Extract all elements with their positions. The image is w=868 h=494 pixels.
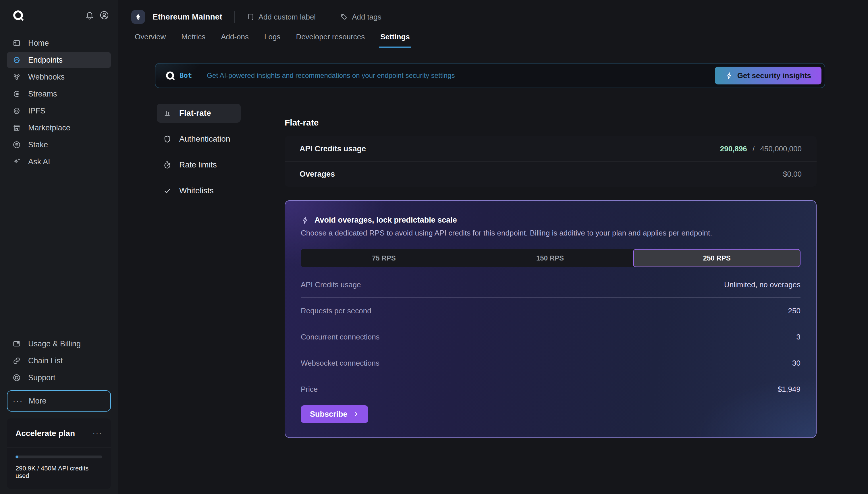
tab-metrics[interactable]: Metrics bbox=[180, 31, 207, 48]
subnav-item-whitelists[interactable]: Whitelists bbox=[157, 181, 241, 200]
sidebar-item-label: Home bbox=[28, 39, 49, 48]
ask-ai-sparkle-icon bbox=[12, 157, 21, 166]
row-value: $1,949 bbox=[777, 385, 801, 394]
sidebar-nav: Home Endpoints Webhooks Streams IPFS bbox=[0, 35, 118, 170]
more-label: More bbox=[29, 397, 46, 405]
get-security-insights-button[interactable]: Get security insights bbox=[715, 66, 822, 84]
sidebar-item-support[interactable]: Support bbox=[7, 369, 111, 386]
stake-icon bbox=[12, 140, 21, 149]
row-value: 30 bbox=[792, 359, 801, 368]
overages-label: Overages bbox=[300, 170, 335, 179]
sidebar-item-home[interactable]: Home bbox=[7, 35, 111, 51]
header-divider bbox=[328, 11, 328, 23]
subnav-item-label: Rate limits bbox=[179, 160, 217, 169]
network-name: Ethereum Mainnet bbox=[153, 12, 222, 21]
more-button[interactable]: ··· More bbox=[7, 390, 111, 412]
header-divider bbox=[234, 11, 235, 23]
sidebar-item-ipfs[interactable]: IPFS bbox=[7, 103, 111, 119]
wallet-icon bbox=[12, 339, 21, 348]
subnav-item-flat-rate[interactable]: Flat-rate bbox=[157, 104, 241, 122]
plan-card: Accelerate plan ··· 290.9K / 450M API cr… bbox=[7, 418, 111, 489]
offer-card-description: Choose a dedicated RPS to avoid using AP… bbox=[301, 229, 801, 238]
tab-logs[interactable]: Logs bbox=[263, 31, 282, 48]
sidebar-item-label: IPFS bbox=[28, 107, 45, 115]
credits-usage-text: 290.9K / 450M API credits used bbox=[16, 465, 102, 480]
add-tags-button[interactable]: Add tags bbox=[340, 13, 382, 21]
notifications-bell-icon[interactable] bbox=[85, 11, 94, 20]
tab-developer-resources[interactable]: Developer resources bbox=[295, 31, 366, 48]
sidebar-item-marketplace[interactable]: Marketplace bbox=[7, 120, 111, 136]
flat-rate-heading: Flat-rate bbox=[285, 118, 816, 128]
sidebar-item-endpoints[interactable]: Endpoints bbox=[7, 52, 111, 68]
home-icon bbox=[12, 38, 21, 48]
sidebar-item-label: Stake bbox=[28, 140, 48, 149]
ipfs-icon bbox=[12, 106, 21, 115]
rps-option-75[interactable]: 75 RPS bbox=[301, 249, 467, 267]
sidebar-item-label: Endpoints bbox=[28, 56, 63, 64]
api-credits-usage-row: API Credits usage 290,896 / 450,000,000 bbox=[285, 136, 816, 162]
endpoint-header: Ethereum Mainnet Add custom label Add ta… bbox=[118, 0, 868, 27]
subnav-item-rate-limits[interactable]: Rate limits bbox=[157, 155, 241, 174]
row-value: Unlimited, no overages bbox=[724, 280, 801, 289]
credits-progress-bar bbox=[16, 456, 102, 458]
sidebar-item-label: Webhooks bbox=[28, 73, 65, 81]
account-avatar-icon[interactable] bbox=[99, 10, 109, 20]
rps-option-250[interactable]: 250 RPS bbox=[633, 249, 801, 267]
sidebar-item-stake[interactable]: Stake bbox=[7, 137, 111, 153]
row-label: Price bbox=[301, 385, 318, 394]
add-custom-label-button[interactable]: Add custom label bbox=[247, 13, 316, 21]
label-icon bbox=[247, 13, 255, 21]
get-security-insights-label: Get security insights bbox=[737, 71, 811, 80]
table-row: Price $1,949 bbox=[301, 376, 801, 402]
endpoints-icon bbox=[12, 55, 21, 64]
plan-menu-icon[interactable]: ··· bbox=[93, 429, 102, 438]
credits-separator: / bbox=[753, 145, 755, 153]
bar-chart-icon bbox=[163, 109, 172, 118]
sidebar-item-streams[interactable]: Streams bbox=[7, 86, 111, 102]
overages-row: Overages $0.00 bbox=[285, 162, 816, 187]
sidebar-item-label: Support bbox=[28, 373, 55, 382]
marketplace-icon bbox=[12, 123, 21, 132]
subnav-item-authentication[interactable]: Authentication bbox=[157, 130, 241, 149]
tag-icon bbox=[340, 13, 348, 21]
sidebar-bottom-nav: Usage & Billing Chain List Support bbox=[0, 336, 118, 386]
add-custom-label-text: Add custom label bbox=[258, 13, 316, 21]
overages-value: $0.00 bbox=[783, 170, 802, 179]
table-row: API Credits usage Unlimited, no overages bbox=[301, 272, 801, 298]
lightning-bolt-icon bbox=[725, 72, 733, 79]
table-row: Requests per second 250 bbox=[301, 298, 801, 324]
chain-links-icon bbox=[12, 356, 21, 365]
sidebar-item-usage-billing[interactable]: Usage & Billing bbox=[7, 336, 111, 352]
sidebar-item-webhooks[interactable]: Webhooks bbox=[7, 69, 111, 85]
tab-overview[interactable]: Overview bbox=[134, 31, 167, 48]
subscribe-button[interactable]: Subscribe bbox=[301, 405, 368, 423]
tab-settings[interactable]: Settings bbox=[379, 31, 411, 48]
row-value: 250 bbox=[788, 306, 801, 315]
credits-used-value: 290,896 bbox=[720, 145, 747, 153]
subnav-item-label: Whitelists bbox=[179, 186, 214, 195]
plan-title: Accelerate plan bbox=[16, 429, 75, 438]
subnav-item-label: Authentication bbox=[179, 134, 230, 144]
sidebar-top bbox=[0, 0, 118, 22]
add-tags-text: Add tags bbox=[352, 13, 382, 21]
sidebar-item-label: Usage & Billing bbox=[28, 340, 81, 348]
lifebuoy-icon bbox=[12, 373, 21, 382]
row-label: Requests per second bbox=[301, 306, 371, 315]
api-credits-usage-label: API Credits usage bbox=[300, 145, 366, 153]
rps-option-150[interactable]: 150 RPS bbox=[467, 249, 633, 267]
webhooks-icon bbox=[12, 72, 21, 81]
sidebar-item-ask-ai[interactable]: Ask AI bbox=[7, 154, 111, 170]
stopwatch-icon bbox=[163, 160, 172, 169]
row-label: API Credits usage bbox=[301, 280, 361, 289]
checkmark-icon bbox=[163, 186, 172, 195]
sidebar: Home Endpoints Webhooks Streams IPFS bbox=[0, 0, 118, 494]
quicknode-bot-logo-icon bbox=[165, 70, 175, 81]
shield-icon bbox=[163, 135, 172, 144]
sidebar-item-label: Ask AI bbox=[28, 157, 50, 166]
sidebar-item-chain-list[interactable]: Chain List bbox=[7, 353, 111, 369]
streams-icon bbox=[12, 89, 21, 98]
rps-segmented-control: 75 RPS 150 RPS 250 RPS bbox=[301, 249, 801, 267]
tab-add-ons[interactable]: Add-ons bbox=[220, 31, 250, 48]
bot-message: Get AI-powered insights and recommendati… bbox=[207, 72, 455, 79]
ethereum-network-icon bbox=[131, 10, 145, 24]
